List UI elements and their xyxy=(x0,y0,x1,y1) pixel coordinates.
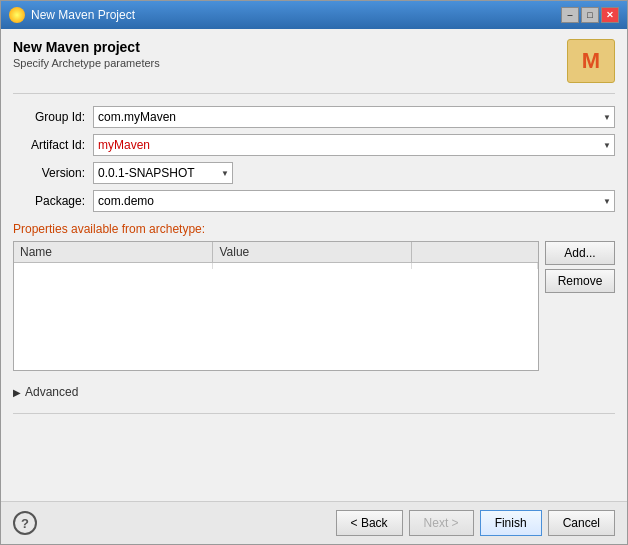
table-row xyxy=(14,263,538,270)
package-row: Package: ▼ xyxy=(13,190,615,212)
group-id-input[interactable] xyxy=(93,106,615,128)
advanced-section[interactable]: ▶ Advanced xyxy=(13,379,615,405)
properties-label-text: Properties available from archetype: xyxy=(13,222,615,236)
form-section: Group Id: ▼ Artifact Id: ▼ Version: xyxy=(13,106,615,212)
dialog-subtitle: Specify Archetype parameters xyxy=(13,57,160,69)
table-cell-extra xyxy=(412,263,538,270)
properties-table-wrapper: Name Value xyxy=(13,241,539,371)
maximize-button[interactable]: □ xyxy=(581,7,599,23)
add-button[interactable]: Add... xyxy=(545,241,615,265)
window-title: New Maven Project xyxy=(31,8,135,22)
eclipse-icon xyxy=(9,7,25,23)
dialog-content: New Maven project Specify Archetype para… xyxy=(1,29,627,501)
version-select-wrapper: 0.0.1-SNAPSHOT ▼ xyxy=(93,162,233,184)
help-button[interactable]: ? xyxy=(13,511,37,535)
next-button[interactable]: Next > xyxy=(409,510,474,536)
version-row: Version: 0.0.1-SNAPSHOT ▼ xyxy=(13,162,615,184)
dialog-title: New Maven project xyxy=(13,39,160,55)
minimize-button[interactable]: – xyxy=(561,7,579,23)
remove-button[interactable]: Remove xyxy=(545,269,615,293)
advanced-expand-arrow: ▶ xyxy=(13,387,21,398)
group-id-combo: ▼ xyxy=(93,106,615,128)
properties-table: Name Value xyxy=(14,242,538,269)
main-window: New Maven Project – □ ✕ New Maven projec… xyxy=(0,0,628,545)
table-cell-name xyxy=(14,263,213,270)
finish-button[interactable]: Finish xyxy=(480,510,542,536)
package-label: Package: xyxy=(13,194,93,208)
artifact-id-row: Artifact Id: ▼ xyxy=(13,134,615,156)
footer-left: ? xyxy=(13,511,37,535)
artifact-id-input[interactable] xyxy=(93,134,615,156)
dialog-header: New Maven project Specify Archetype para… xyxy=(13,39,615,94)
close-button[interactable]: ✕ xyxy=(601,7,619,23)
title-bar-left: New Maven Project xyxy=(9,7,135,23)
version-label: Version: xyxy=(13,166,93,180)
title-bar: New Maven Project – □ ✕ xyxy=(1,1,627,29)
maven-logo: M xyxy=(567,39,615,83)
group-id-label: Group Id: xyxy=(13,110,93,124)
cancel-button[interactable]: Cancel xyxy=(548,510,615,536)
package-input[interactable] xyxy=(93,190,615,212)
properties-section: Name Value Add... xyxy=(13,241,615,371)
dialog-footer: ? < Back Next > Finish Cancel xyxy=(1,501,627,544)
column-header-name: Name xyxy=(14,242,213,263)
version-select[interactable]: 0.0.1-SNAPSHOT xyxy=(93,162,233,184)
group-id-row: Group Id: ▼ xyxy=(13,106,615,128)
properties-buttons: Add... Remove xyxy=(545,241,615,371)
footer-right: < Back Next > Finish Cancel xyxy=(336,510,615,536)
column-header-empty xyxy=(412,242,538,263)
header-text: New Maven project Specify Archetype para… xyxy=(13,39,160,69)
artifact-id-combo: ▼ xyxy=(93,134,615,156)
back-button[interactable]: < Back xyxy=(336,510,403,536)
table-cell-value xyxy=(213,263,412,270)
advanced-label: Advanced xyxy=(25,385,78,399)
title-bar-controls: – □ ✕ xyxy=(561,7,619,23)
artifact-id-label: Artifact Id: xyxy=(13,138,93,152)
package-combo: ▼ xyxy=(93,190,615,212)
column-header-value: Value xyxy=(213,242,412,263)
separator xyxy=(13,413,615,414)
